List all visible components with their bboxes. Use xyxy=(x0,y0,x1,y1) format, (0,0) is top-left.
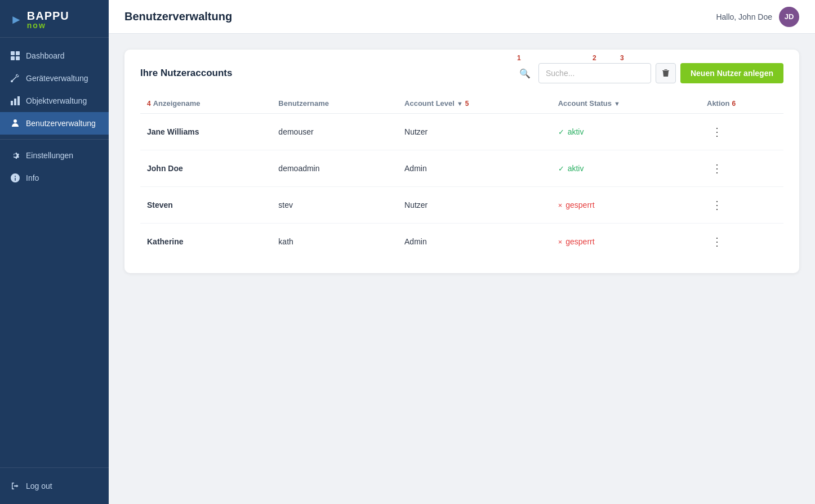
row-action-button[interactable]: ⋮ xyxy=(707,196,727,214)
cell-aktion: ⋮ xyxy=(700,224,783,260)
svg-rect-2 xyxy=(11,56,15,60)
cell-status: ✓ aktiv xyxy=(551,114,700,150)
svg-rect-1 xyxy=(16,51,20,55)
page-title: Benutzerverwaltung xyxy=(124,10,232,23)
sidebar-item-label: Dashboard xyxy=(26,51,65,60)
sidebar-item-objektverwaltung[interactable]: Objektverwaltung xyxy=(0,90,109,112)
topbar-user: Hallo, John Doe JD xyxy=(716,7,799,27)
cell-anzeigename: Katherine xyxy=(140,224,271,260)
cell-status: ✓ aktiv xyxy=(551,150,700,187)
cell-status: × gesperrt xyxy=(551,187,700,224)
sidebar-divider xyxy=(0,139,109,140)
cell-level: Admin xyxy=(398,224,551,260)
status-icon: ✓ xyxy=(558,164,564,173)
sidebar: ► BAPPU now Dashboard Ge xyxy=(0,0,109,504)
info-circle-icon xyxy=(10,173,20,183)
cell-aktion: ⋮ xyxy=(700,150,783,187)
cell-level: Admin xyxy=(398,150,551,187)
search-icon-button[interactable]: 🔍 xyxy=(516,66,534,81)
users-table: 4 Anzeigename Benutzername Account Level xyxy=(140,95,783,260)
sidebar-nav: Dashboard Geräteverwaltung Objektverwalt… xyxy=(0,42,109,467)
cell-benutzername: demoadmin xyxy=(271,150,398,187)
step-1-label: 1 xyxy=(517,54,521,62)
svg-rect-3 xyxy=(16,56,20,60)
row-action-button[interactable]: ⋮ xyxy=(707,159,727,177)
svg-point-7 xyxy=(14,119,17,123)
col-account-status: Account Status ▼ xyxy=(551,95,700,114)
logo-arrow-icon: ► xyxy=(10,12,23,27)
card-header: Ihre Nutzeraccounts 1 2 3 🔍 Neuen Nutzer… xyxy=(140,63,783,83)
row-action-button[interactable]: ⋮ xyxy=(707,123,727,141)
cell-aktion: ⋮ xyxy=(700,114,783,150)
table-row: Steven stev Nutzer × gesperrt ⋮ xyxy=(140,187,783,224)
svg-rect-5 xyxy=(14,99,16,105)
logo-text: BAPPU now xyxy=(27,10,69,29)
status-icon: ✓ xyxy=(558,128,564,136)
status-icon: × xyxy=(558,201,563,209)
status-text: aktiv xyxy=(568,164,584,173)
cell-level: Nutzer xyxy=(398,114,551,150)
status-icon: × xyxy=(558,238,563,246)
step-3-label: 3 xyxy=(620,54,624,62)
sidebar-logo: ► BAPPU now xyxy=(0,0,109,38)
card-title: Ihre Nutzeraccounts xyxy=(140,68,232,79)
filter-icon-level[interactable]: ▼ xyxy=(457,100,463,107)
sidebar-item-einstellungen[interactable]: Einstellungen xyxy=(0,144,109,167)
sidebar-item-info[interactable]: Info xyxy=(0,167,109,189)
col-benutzername: Benutzername xyxy=(271,95,398,114)
cell-benutzername: kath xyxy=(271,224,398,260)
sidebar-item-label: Info xyxy=(26,173,39,182)
table-header: 4 Anzeigename Benutzername Account Level xyxy=(140,95,783,114)
search-input[interactable] xyxy=(538,63,651,83)
svg-rect-0 xyxy=(11,51,15,55)
sidebar-item-geraeteverwaltung[interactable]: Geräteverwaltung xyxy=(0,67,109,90)
status-text: gesperrt xyxy=(565,237,594,246)
cell-aktion: ⋮ xyxy=(700,187,783,224)
greeting-text: Hallo, John Doe xyxy=(716,12,772,21)
cell-benutzername: stev xyxy=(271,187,398,224)
sidebar-item-benutzerverwaltung[interactable]: Benutzerverwaltung xyxy=(0,112,109,135)
cell-benutzername: demouser xyxy=(271,114,398,150)
table-row: John Doe demoadmin Admin ✓ aktiv ⋮ xyxy=(140,150,783,187)
step-2-label: 2 xyxy=(593,54,596,62)
col-num-6: 6 xyxy=(732,100,736,108)
gear-icon xyxy=(10,150,20,160)
page-content: Ihre Nutzeraccounts 1 2 3 🔍 Neuen Nutzer… xyxy=(109,34,815,504)
filter-icon-status[interactable]: ▼ xyxy=(614,100,620,107)
cell-anzeigename: Steven xyxy=(140,187,271,224)
table-row: Katherine kath Admin × gesperrt ⋮ xyxy=(140,224,783,260)
sidebar-item-label: Einstellungen xyxy=(26,151,73,160)
sidebar-item-dashboard[interactable]: Dashboard xyxy=(0,44,109,67)
status-text: gesperrt xyxy=(565,200,594,209)
delete-button[interactable] xyxy=(656,63,676,83)
logo-bappu: BAPPU xyxy=(27,10,69,21)
avatar: JD xyxy=(779,7,799,27)
new-user-button[interactable]: Neuen Nutzer anlegen xyxy=(680,63,783,83)
col-num-4: 4 xyxy=(147,100,151,108)
status-text: aktiv xyxy=(568,127,584,136)
svg-rect-6 xyxy=(17,96,20,105)
card-actions: 1 2 3 🔍 Neuen Nutzer anlegen xyxy=(516,63,783,83)
users-card: Ihre Nutzeraccounts 1 2 3 🔍 Neuen Nutzer… xyxy=(124,50,799,273)
cell-status: × gesperrt xyxy=(551,224,700,260)
cell-anzeigename: John Doe xyxy=(140,150,271,187)
sidebar-item-label: Objektverwaltung xyxy=(26,96,87,105)
col-aktion: Aktion 6 xyxy=(700,95,783,114)
chart-icon xyxy=(10,96,20,106)
person-icon xyxy=(10,118,20,128)
row-action-button[interactable]: ⋮ xyxy=(707,233,727,251)
trash-icon xyxy=(661,69,670,78)
svg-rect-4 xyxy=(11,101,13,105)
cell-level: Nutzer xyxy=(398,187,551,224)
logout-icon xyxy=(10,481,20,491)
sidebar-bottom: Log out xyxy=(0,467,109,504)
wrench-icon xyxy=(10,73,20,83)
sidebar-item-logout[interactable]: Log out xyxy=(0,475,109,497)
col-anzeigename: 4 Anzeigename xyxy=(140,95,271,114)
cell-anzeigename: Jane Williams xyxy=(140,114,271,150)
logout-label: Log out xyxy=(26,481,52,490)
col-num-5: 5 xyxy=(465,100,469,108)
main-content: Benutzerverwaltung Hallo, John Doe JD Ih… xyxy=(109,0,815,504)
table-body: Jane Williams demouser Nutzer ✓ aktiv ⋮ … xyxy=(140,114,783,260)
users-table-container: 4 Anzeigename Benutzername Account Level xyxy=(140,95,783,260)
